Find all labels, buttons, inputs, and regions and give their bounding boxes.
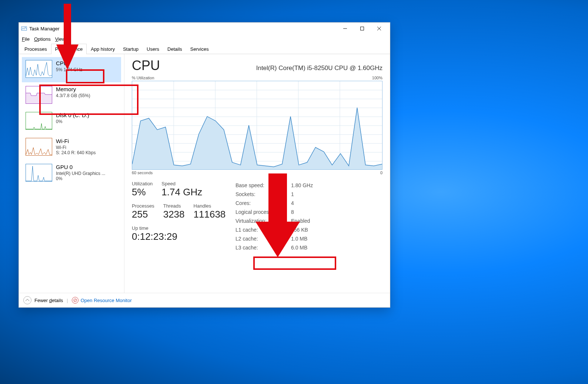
tab-app-history[interactable]: App history <box>87 44 119 54</box>
sidebar-gpu-title: GPU 0 <box>56 164 105 170</box>
chart-label-60s: 60 seconds <box>132 171 153 175</box>
cpu-title: CPU <box>132 58 160 73</box>
minimize-icon <box>343 27 347 30</box>
wifi-thumb <box>26 138 52 156</box>
sidebar-disk-title: Disk 0 (C: D:) <box>56 112 89 118</box>
sidebar-gpu-sub1: Intel(R) UHD Graphics ... <box>56 171 105 176</box>
spec-l1-cache: L1 cache:256 KB <box>235 225 382 234</box>
svg-marker-5 <box>26 93 52 103</box>
chart-label-0: 0 <box>380 171 382 175</box>
sidebar-wifi-sub2: S: 24.0 R: 640 Kbps <box>56 150 96 155</box>
gpu-thumb <box>26 164 52 182</box>
separator: | <box>67 298 68 303</box>
uptime-value: 0:12:23:29 <box>132 231 235 242</box>
performance-sidebar: CPU 5% 1.74 GHz Memory 4.3/7.8 GB (55%) <box>19 54 124 293</box>
speed-value: 1.74 GHz <box>161 186 202 198</box>
maximize-button[interactable] <box>354 23 371 34</box>
sidebar-memory-sub: 4.3/7.8 GB (55%) <box>56 93 90 98</box>
disk-thumb <box>26 112 52 130</box>
window-controls <box>337 23 388 34</box>
sidebar-memory-title: Memory <box>56 86 90 92</box>
threads-value: 3238 <box>163 209 185 220</box>
tabbar: Processes Performance App history Startu… <box>19 43 390 54</box>
tab-processes[interactable]: Processes <box>20 44 51 54</box>
close-button[interactable] <box>371 23 388 34</box>
tab-users[interactable]: Users <box>143 44 163 54</box>
cpu-chip-name: Intel(R) Core(TM) i5-8250U CPU @ 1.60GHz <box>256 64 382 72</box>
spec-l3-cache: L3 cache:6.0 MB <box>235 243 382 252</box>
sidebar-wifi-sub1: Wi-Fi <box>56 145 96 150</box>
tab-performance[interactable]: Performance <box>51 44 87 54</box>
svg-line-22 <box>74 299 76 301</box>
spec-l2-cache: L2 cache:1.0 MB <box>235 234 382 243</box>
sidebar-item-disk[interactable]: Disk 0 (C: D:) 0% <box>22 109 121 134</box>
processes-value: 255 <box>132 209 154 220</box>
open-resource-monitor-link[interactable]: Open Resource Monitor <box>81 298 132 303</box>
content-area: CPU 5% 1.74 GHz Memory 4.3/7.8 GB (55%) <box>19 54 390 293</box>
chart-label-100: 100% <box>372 76 382 80</box>
fewer-details-link[interactable]: Fewer details <box>34 298 63 303</box>
menu-options[interactable]: Options <box>34 36 51 42</box>
cpu-utilization-chart <box>132 81 382 170</box>
menu-file[interactable]: File <box>22 36 30 42</box>
utilization-value: 5% <box>132 186 153 198</box>
maximize-icon <box>360 27 364 30</box>
spec-cores: Cores:4 <box>235 199 382 208</box>
sidebar-gpu-sub2: 0% <box>56 176 105 181</box>
cpu-stats: Utilization 5% Speed 1.74 GHz Processes <box>132 181 382 252</box>
handles-value: 111638 <box>194 209 226 220</box>
spec-sockets: Sockets:1 <box>235 190 382 199</box>
footer: Fewer details | Open Resource Monitor <box>19 293 390 307</box>
sidebar-item-gpu[interactable]: GPU 0 Intel(R) UHD Graphics ... 0% <box>22 161 121 186</box>
sidebar-cpu-title: CPU <box>56 60 82 66</box>
utilization-label: Utilization <box>132 181 153 186</box>
spec-logical-processors: Logical processors:8 <box>235 208 382 216</box>
minimize-button[interactable] <box>337 23 354 34</box>
sidebar-item-cpu[interactable]: CPU 5% 1.74 GHz <box>22 57 121 82</box>
threads-label: Threads <box>163 203 185 209</box>
sidebar-cpu-sub: 5% 1.74 GHz <box>56 67 82 72</box>
window-title: Task Manager <box>29 26 60 32</box>
close-icon <box>377 27 381 30</box>
cpu-panel: CPU Intel(R) Core(TM) i5-8250U CPU @ 1.6… <box>124 54 390 293</box>
svg-rect-2 <box>361 27 364 30</box>
uptime-label: Up time <box>132 225 235 231</box>
sidebar-item-memory[interactable]: Memory 4.3/7.8 GB (55%) <box>22 83 121 108</box>
memory-thumb <box>26 86 52 104</box>
tab-details[interactable]: Details <box>163 44 186 54</box>
titlebar[interactable]: Task Manager <box>19 23 390 34</box>
sidebar-item-wifi[interactable]: Wi-Fi Wi-Fi S: 24.0 R: 640 Kbps <box>22 135 121 160</box>
spec-base-speed: Base speed:1.80 GHz <box>235 181 382 190</box>
speed-label: Speed <box>161 181 202 186</box>
resource-monitor-icon <box>72 297 78 304</box>
cpu-thumb <box>26 60 52 78</box>
processes-label: Processes <box>132 203 154 209</box>
menubar: File Options View <box>19 34 390 43</box>
chevron-up-icon[interactable] <box>23 296 31 304</box>
handles-label: Handles <box>194 203 226 209</box>
menu-view[interactable]: View <box>55 36 66 42</box>
sidebar-wifi-title: Wi-Fi <box>56 138 96 144</box>
task-manager-icon <box>21 26 27 32</box>
sidebar-disk-sub: 0% <box>56 119 89 124</box>
chart-label-utilization: % Utilization <box>132 76 154 80</box>
task-manager-window: Task Manager File Options View Proce <box>19 22 390 308</box>
spec-virtualization: Virtualization:Enabled <box>235 216 382 225</box>
tab-services[interactable]: Services <box>186 44 213 54</box>
tab-startup[interactable]: Startup <box>119 44 143 54</box>
desktop: Task Manager File Options View Proce <box>0 0 588 384</box>
